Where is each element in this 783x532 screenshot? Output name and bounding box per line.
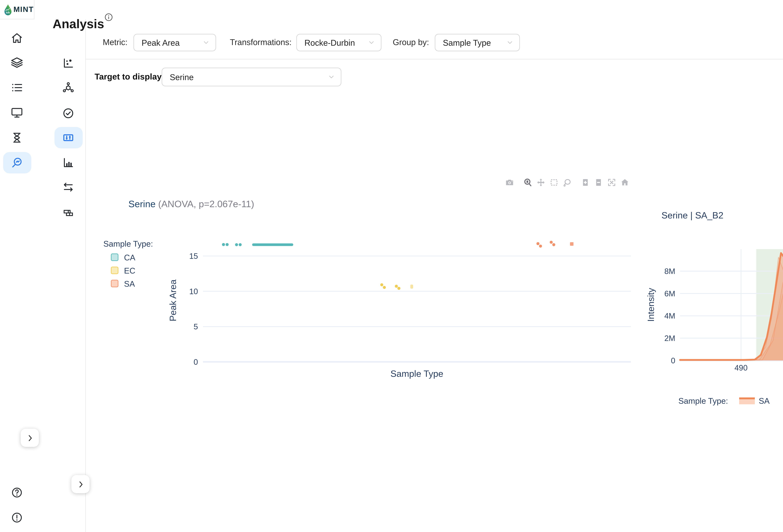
nav-bar-chart[interactable] <box>54 152 82 173</box>
legend-title: Sample Type: <box>679 396 728 406</box>
nav-search-wiggle[interactable] <box>3 152 31 173</box>
molecule-icon <box>62 81 74 94</box>
reset-home-icon <box>620 178 629 187</box>
violin-plot-icon <box>62 131 74 144</box>
viewport: MINT Analysis Metric: Peak Area Transfor… <box>0 0 783 532</box>
group-by-value: Sample Type <box>443 38 491 47</box>
search-wiggle-icon <box>11 157 23 169</box>
svg-text:2M: 2M <box>664 334 675 343</box>
app-logo[interactable]: MINT <box>0 0 34 20</box>
svg-text:0: 0 <box>193 358 198 366</box>
nav-layers[interactable] <box>3 52 31 73</box>
chevron-down-icon <box>506 39 514 46</box>
xic-intensity-chart[interactable]: 49049550002M4M6M8MScan Time (s)Intensity <box>645 206 783 394</box>
autoscale-icon <box>607 178 616 187</box>
metric-select[interactable]: Peak Area <box>133 34 216 51</box>
app-root: MINT Analysis Metric: Peak Area Transfor… <box>0 0 783 532</box>
chevron-right-icon <box>25 433 34 442</box>
sidebar-inner <box>34 20 86 532</box>
lasso-select-icon <box>563 178 572 187</box>
logo-text: MINT <box>13 5 34 14</box>
chevron-down-icon <box>327 73 335 81</box>
box-select-icon <box>550 178 559 187</box>
legend-label-sa[interactable]: SA <box>759 396 770 406</box>
modebar-zoom-out-button[interactable] <box>593 177 604 188</box>
peak-area-strip-chart[interactable]: 151050Sample TypePeak Area <box>94 191 645 394</box>
swap-arrows-icon <box>62 181 74 193</box>
nav-monitor[interactable] <box>3 102 31 123</box>
zoom-in-icon <box>581 178 590 187</box>
modebar-autoscale-button[interactable] <box>606 177 617 188</box>
nav-molecule[interactable] <box>54 77 82 98</box>
svg-text:Peak Area: Peak Area <box>168 279 178 321</box>
scatter-chart-icon <box>62 57 74 69</box>
svg-text:15: 15 <box>189 252 198 261</box>
pan-icon <box>536 178 545 187</box>
table-cells-icon <box>62 206 74 219</box>
metric-value: Peak Area <box>142 38 180 47</box>
mint-drop-icon <box>4 3 12 16</box>
svg-text:490: 490 <box>734 364 747 372</box>
modebar-reset-home-button[interactable] <box>620 177 630 188</box>
target-select[interactable]: Serine <box>162 68 341 87</box>
modebar-pan-button[interactable] <box>536 177 546 188</box>
chevron-down-icon <box>202 39 210 46</box>
camera-icon <box>505 178 514 187</box>
right-chart-legend: Sample Type: SA <box>679 396 770 406</box>
svg-text:0: 0 <box>671 356 675 365</box>
home-icon <box>11 32 23 44</box>
nav-violin-plot[interactable] <box>54 127 82 148</box>
chevron-right-icon <box>76 480 85 489</box>
info-icon[interactable] <box>104 12 114 22</box>
group-by-label: Group by: <box>393 38 429 47</box>
layers-icon <box>11 56 23 69</box>
nav-home[interactable] <box>3 28 31 49</box>
target-value: Serine <box>170 72 194 82</box>
zoom-out-icon <box>594 178 603 187</box>
nav-table-cells[interactable] <box>54 202 82 223</box>
nav-swap-arrows[interactable] <box>54 176 82 198</box>
header-divider <box>86 59 783 60</box>
modebar-zoom-in-button[interactable] <box>580 177 591 188</box>
chevron-down-icon <box>368 39 375 46</box>
help-circle-icon <box>11 486 23 499</box>
svg-text:5: 5 <box>193 322 198 331</box>
group-by-select[interactable]: Sample Type <box>435 34 520 51</box>
left-chart-modebar <box>504 177 630 188</box>
modebar-box-select-button[interactable] <box>549 177 559 188</box>
svg-text:10: 10 <box>189 287 198 296</box>
svg-text:6M: 6M <box>664 289 675 298</box>
metric-label: Metric: <box>103 38 127 47</box>
svg-text:8M: 8M <box>664 267 675 276</box>
transformations-value: Rocke-Durbin <box>305 38 355 47</box>
alert-circle-icon <box>11 511 23 524</box>
nav-list[interactable] <box>3 77 31 98</box>
list-icon <box>11 81 23 94</box>
hourglass-icon <box>11 131 23 144</box>
transformations-label: Transformations: <box>230 38 291 47</box>
sidebar-expander-button[interactable] <box>21 429 39 447</box>
nav-hourglass[interactable] <box>3 127 31 148</box>
page-title: Analysis <box>53 17 104 32</box>
legend-swatch-sa <box>739 397 755 404</box>
target-to-display-label: Target to display <box>95 72 162 81</box>
nav-help-circle[interactable] <box>3 482 31 503</box>
nav-scatter-chart[interactable] <box>54 53 82 74</box>
svg-text:Intensity: Intensity <box>646 288 656 322</box>
bar-chart-icon <box>62 157 74 169</box>
svg-text:4M: 4M <box>664 311 675 320</box>
zoom-icon <box>523 178 532 187</box>
modebar-lasso-select-button[interactable] <box>562 177 572 188</box>
modebar-zoom-button[interactable] <box>523 177 533 188</box>
svg-text:Sample Type: Sample Type <box>390 368 443 379</box>
sidebar-outer: MINT <box>0 0 34 532</box>
transformations-select[interactable]: Rocke-Durbin <box>296 34 381 51</box>
nav-alert-circle[interactable] <box>3 507 31 528</box>
check-circle-icon <box>62 107 74 120</box>
nav-check-circle[interactable] <box>54 103 82 124</box>
modebar-camera-button[interactable] <box>504 177 515 188</box>
monitor-icon <box>11 106 23 119</box>
panel-expander-button[interactable] <box>71 475 90 493</box>
